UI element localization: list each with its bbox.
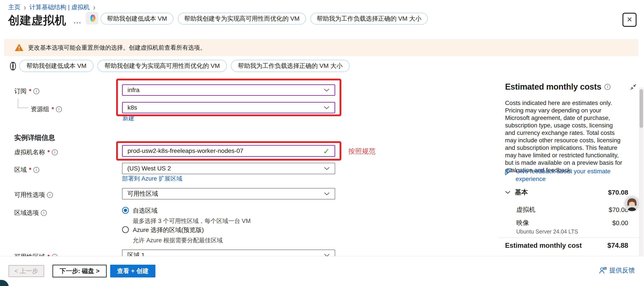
previous-button[interactable]: < 上一步 [8, 265, 44, 277]
breadcrumb-section[interactable]: 计算基础结构 | 虚拟机 [30, 3, 90, 12]
chip-right-vm-size[interactable]: 帮助我为工作负载选择正确的 VM 大小 [310, 13, 428, 25]
warning-icon [15, 44, 23, 51]
required-asterisk: * [29, 166, 32, 173]
info-icon[interactable]: i [52, 149, 58, 155]
estimate-feedback-link[interactable]: Give feedback about your estimate experi… [504, 167, 619, 183]
cost-group-name: 基本 [515, 188, 528, 197]
info-icon[interactable]: i [56, 106, 62, 112]
cost-group-row[interactable]: 基本 $70.08 [505, 188, 628, 197]
person-feedback-icon [599, 267, 607, 274]
chip-low-cost-vm[interactable]: 帮助我创建低成本 VM [19, 60, 94, 72]
info-icon[interactable]: i [33, 167, 39, 173]
cost-panel-description: Costs indicated here are estimates only.… [505, 99, 624, 174]
cost-panel-header: Estimated monthly costs i [505, 82, 637, 92]
availability-options-select[interactable]: 可用性区域 [122, 188, 335, 199]
radio-selected-icon[interactable] [122, 207, 129, 214]
wizard-buttons: < 上一步 下一步: 磁盘 > 查看 + 创建 [8, 265, 156, 277]
warning-text: 更改基本选项可能会重置所做的选择。创建虚拟机前查看所有选项。 [28, 44, 206, 52]
cost-item-subtext: Ubuntu Server 24.04 LTS [505, 228, 628, 235]
subscription-select[interactable]: infra [122, 84, 335, 96]
radio-unselected-icon[interactable] [122, 226, 129, 233]
footer-bar: < 上一步 下一步: 磁盘 > 查看 + 创建 提供反馈 [0, 256, 644, 286]
subscription-label: 订阅 * i [14, 87, 39, 95]
close-button[interactable]: × [622, 13, 636, 27]
valid-check-icon: ✓ [323, 147, 330, 156]
cost-item-row: 虚拟机 $70.08 [505, 205, 628, 214]
vm-name-label: 虚拟机名称 * i [14, 148, 58, 156]
extended-zone-link[interactable]: 部署到 Azure 扩展区域 [122, 175, 182, 183]
region-label: 区域 * i [14, 166, 39, 174]
copilot-suggestion-chips-top: 帮助我创建低成本 VM 帮助我创建专为实现高可用性而优化的 VM 帮助我为工作负… [100, 13, 428, 25]
tree-connector [18, 108, 28, 108]
chevron-down-icon [324, 106, 330, 109]
next-disks-button[interactable]: 下一步: 磁盘 > [52, 265, 107, 277]
cost-group-value: $70.08 [608, 189, 628, 196]
page-title: 创建虚拟机 [8, 13, 66, 28]
breadcrumb-home[interactable]: 主页 [8, 3, 20, 12]
cost-panel-title: Estimated monthly costs [505, 82, 601, 92]
availability-options-label: 可用性选项 i [14, 191, 53, 199]
annotation-note: 按照规范 [348, 147, 376, 156]
radio-label: Azure 选择的区域(预览版) [133, 226, 204, 233]
region-value: (US) West US 2 [127, 165, 171, 172]
tree-connector [18, 98, 18, 108]
resource-group-label: 资源组 * i [31, 105, 62, 113]
zone-option-azure-select[interactable]: Azure 选择的区域(预览版) 允许 Azure 根据需要分配最佳区域 [122, 226, 223, 244]
radio-label: 自选区域 [133, 207, 158, 214]
chevron-down-icon [505, 191, 510, 194]
close-icon: × [627, 15, 632, 24]
chevron-down-icon [324, 167, 330, 170]
copilot-outline-icon [7, 61, 17, 72]
collapse-panel-icon[interactable] [630, 84, 637, 91]
info-icon[interactable]: i [41, 210, 47, 216]
chip-low-cost-vm[interactable]: 帮助我创建低成本 VM [100, 13, 174, 25]
review-create-button[interactable]: 查看 + 创建 [110, 265, 156, 277]
region-select[interactable]: (US) West US 2 [122, 163, 335, 174]
vm-name-input[interactable] [122, 145, 335, 157]
zone-option-self-select[interactable]: 自选区域 最多选择 3 个可用性区域，每个区域一台 VM [122, 206, 251, 225]
info-icon[interactable]: i [604, 84, 610, 90]
chevron-down-icon [324, 192, 330, 195]
chevron-down-icon [324, 88, 330, 92]
assistant-avatar[interactable] [624, 195, 640, 212]
radio-description: 最多选择 3 个可用性区域，每个区域一台 VM [133, 217, 251, 225]
resource-group-value: k8s [128, 104, 137, 111]
radio-description: 允许 Azure 根据需要分配最佳区域 [133, 236, 223, 244]
info-icon[interactable]: i [33, 88, 39, 94]
breadcrumb: 主页 › 计算基础结构 | 虚拟机 › [8, 3, 95, 12]
create-vm-page: 主页 › 计算基础结构 | 虚拟机 › 创建虚拟机 … 帮助我创建低成本 VM … [0, 0, 644, 286]
divider [498, 237, 639, 238]
chip-high-availability-vm[interactable]: 帮助我创建专为实现高可用性而优化的 VM [98, 60, 227, 72]
avatar-girl-icon [624, 196, 640, 211]
chip-right-vm-size[interactable]: 帮助我为工作负载选择正确的 VM 大小 [231, 60, 350, 72]
feedback-bubbles-icon [504, 167, 512, 175]
subscription-value: infra [128, 87, 140, 94]
chevron-right-icon: › [93, 3, 95, 12]
chevron-right-icon: › [24, 3, 26, 12]
availability-options-value: 可用性区域 [127, 190, 158, 198]
cost-total-row: Estimated monthly cost $74.88 [505, 242, 628, 249]
required-asterisk: * [29, 88, 32, 95]
copilot-logo-icon [88, 14, 96, 23]
copilot-suggestion-chips: 帮助我创建低成本 VM 帮助我创建专为实现高可用性而优化的 VM 帮助我为工作负… [19, 60, 350, 72]
required-asterisk: * [52, 106, 54, 113]
warning-banner: 更改基本选项可能会重置所做的选择。创建虚拟机前查看所有选项。 [4, 39, 638, 56]
instance-details-section-title: 实例详细信息 [14, 133, 55, 142]
cost-item-row: 映像 $0.00 [505, 218, 628, 227]
scrollbar-thumb[interactable] [640, 89, 643, 128]
resource-group-select[interactable]: k8s [122, 102, 335, 113]
chip-high-availability-vm[interactable]: 帮助我创建专为实现高可用性而优化的 VM [178, 13, 306, 25]
info-icon[interactable]: i [47, 192, 53, 198]
copilot-icon[interactable] [86, 12, 98, 25]
give-feedback-link[interactable]: 提供反馈 [599, 266, 635, 275]
create-new-link[interactable]: 新建 [122, 114, 134, 122]
more-menu-icon[interactable]: … [73, 16, 82, 25]
required-asterisk: * [48, 149, 50, 156]
zone-options-label: 区域选项 i [14, 209, 47, 217]
